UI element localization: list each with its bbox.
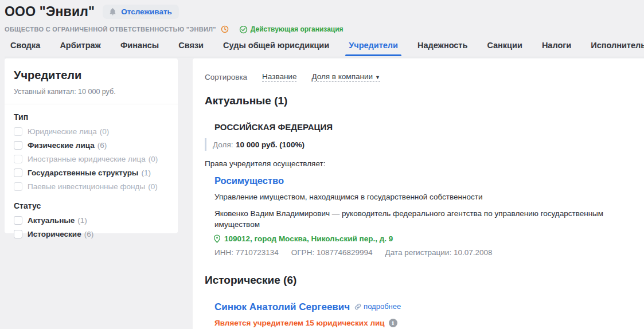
tab-founders[interactable]: Учредители	[349, 40, 398, 56]
registry-codes: ИНН: 7710723134 ОГРН: 1087746829994 Дата…	[214, 248, 630, 257]
follow-button[interactable]: Отслеживать	[103, 5, 179, 19]
founder-warning-row: Является учредителем 15 юридических лиц …	[214, 319, 630, 327]
info-icon[interactable]: i	[389, 319, 397, 327]
registration-date: 10.07.2008	[454, 248, 493, 257]
link-icon	[354, 303, 361, 310]
historical-section-heading: Исторические (6)	[205, 274, 630, 287]
sort-label: Сортировка	[205, 73, 247, 81]
founder-name: РОССИЙСКАЯ ФЕДЕРАЦИЯ	[214, 122, 630, 132]
agent-description: Управление имуществом, находящимся в гос…	[214, 191, 630, 203]
founders-content: Сортировка Название Доля в компании▼ Акт…	[193, 58, 644, 329]
share-value: 10 000 руб. (100%)	[236, 140, 305, 149]
share-row: Доля: 10 000 руб. (100%)	[205, 138, 630, 151]
company-header: ООО "Энвил" Отслеживать ОБЩЕСТВО С ОГРАН…	[0, 0, 644, 57]
tab-summary[interactable]: Сводка	[10, 40, 40, 56]
tab-arbitration[interactable]: Арбитраж	[60, 40, 101, 56]
address-row: 109012, город Москва, Никольский пер., д…	[213, 234, 630, 243]
tab-connections[interactable]: Связи	[178, 40, 204, 56]
tab-bar: Сводка Арбитраж Финансы Связи Суды общей…	[5, 40, 644, 57]
filter-actual[interactable]: Актуальные (1)	[14, 216, 169, 225]
tab-taxes[interactable]: Налоги	[542, 40, 571, 56]
agent-link[interactable]: Росимущество	[214, 175, 284, 186]
checkbox[interactable]	[14, 127, 22, 136]
ogrn-value: 1087746829994	[317, 248, 373, 257]
tab-general-courts[interactable]: Суды общей юрисдикции	[223, 40, 329, 56]
sort-bar: Сортировка Название Доля в компании▼	[205, 72, 630, 82]
sidebar-title: Учредители	[14, 69, 169, 82]
tab-enforcement[interactable]: Исполнительные произв…	[591, 40, 644, 56]
location-pin-icon	[213, 234, 221, 243]
page-title: ООО "Энвил"	[5, 4, 95, 19]
sort-by-name[interactable]: Название	[262, 72, 296, 82]
filter-type-title: Тип	[14, 112, 169, 122]
checkbox[interactable]	[14, 216, 22, 225]
follow-button-label: Отслеживать	[121, 7, 172, 16]
checkbox[interactable]	[14, 169, 22, 177]
founder-entry-person: Синюк Анатолий Сергеевич подробнее Являе…	[205, 301, 630, 329]
actual-section-heading: Актуальные (1)	[205, 95, 630, 107]
checkbox[interactable]	[14, 155, 22, 163]
bell-icon	[108, 7, 117, 16]
filter-status-title: Статус	[14, 201, 169, 210]
details-link[interactable]: подробнее	[354, 302, 401, 311]
filter-historical[interactable]: Исторические (6)	[14, 230, 169, 238]
checkbox[interactable]	[14, 141, 22, 150]
filter-legal-entities[interactable]: Юридические лица (0)	[14, 127, 169, 136]
status-badge: Действующая организация	[239, 25, 344, 34]
founder-warning: Является учредителем 15 юридических лиц	[214, 319, 385, 327]
founder-entry-rf: РОССИЙСКАЯ ФЕДЕРАЦИЯ Доля: 10 000 руб. (…	[205, 122, 630, 257]
sort-by-share[interactable]: Доля в компании▼	[311, 72, 380, 82]
check-circle-icon	[239, 25, 248, 34]
filter-state-structures[interactable]: Государственные структуры (1)	[14, 169, 169, 177]
filter-individuals[interactable]: Физические лица (6)	[14, 141, 169, 150]
filter-investment-funds[interactable]: Паевые инвестиционные фонды (0)	[14, 182, 169, 191]
tab-reliability[interactable]: Надежность	[417, 40, 467, 56]
address-text[interactable]: 109012, город Москва, Никольский пер., д…	[224, 234, 393, 243]
filter-foreign-entities[interactable]: Иностранные юридические лица (0)	[14, 155, 169, 163]
tab-finances[interactable]: Финансы	[120, 40, 159, 56]
inn-value: 7710723134	[236, 248, 279, 257]
checkbox[interactable]	[14, 182, 22, 191]
chevron-down-icon: ▼	[375, 75, 380, 80]
checkbox[interactable]	[14, 230, 22, 238]
history-clock-icon[interactable]	[221, 25, 229, 33]
sidebar-divider	[5, 104, 178, 104]
rights-label: Права учредителя осуществляет:	[205, 159, 630, 168]
status-badge-label: Действующая организация	[251, 25, 344, 33]
tab-sanctions[interactable]: Санкции	[487, 40, 522, 56]
company-full-name: ОБЩЕСТВО С ОГРАНИЧЕННОЙ ОТВЕТСТВЕННОСТЬЮ…	[5, 26, 216, 33]
person-link[interactable]: Синюк Анатолий Сергеевич	[214, 301, 350, 313]
filters-sidebar: Учредители Уставный капитал: 10 000 руб.…	[5, 58, 178, 233]
agent-head: Яковенко Вадим Владимирович — руководите…	[214, 208, 630, 230]
charter-capital: Уставный капитал: 10 000 руб.	[14, 88, 169, 96]
